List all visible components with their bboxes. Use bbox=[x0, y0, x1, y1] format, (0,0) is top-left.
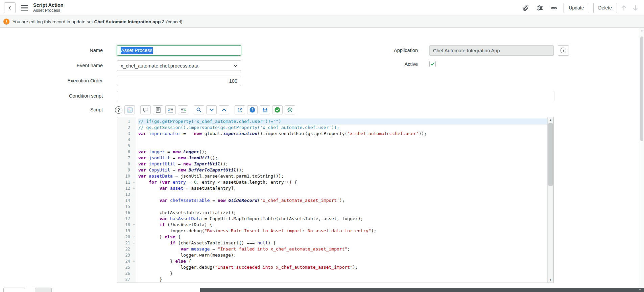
code-line[interactable]: chefAssetsTable.initialize(); bbox=[138, 210, 547, 216]
code-line[interactable]: logger.warn(message); bbox=[138, 252, 547, 258]
gutter-line-number[interactable]: 6 bbox=[117, 149, 136, 155]
gutter-line-number[interactable]: 2 bbox=[117, 125, 136, 131]
gutter-line-number[interactable]: 19 bbox=[117, 228, 136, 234]
code-line[interactable]: logger.debug("Business Rule Insert to As… bbox=[138, 228, 547, 234]
code-line[interactable]: var chefAssetsTable = new GlideRecord('x… bbox=[138, 197, 547, 204]
gutter-line-number[interactable]: 7 bbox=[117, 155, 136, 161]
fold-toggle-icon[interactable]: ▾ bbox=[133, 258, 135, 264]
save-icon[interactable] bbox=[260, 105, 270, 114]
page-scrollbar[interactable]: ▲ bbox=[640, 28, 644, 292]
code-line[interactable] bbox=[138, 137, 547, 143]
code-line[interactable]: // if(gs.getProperty('x_chef_automate.ch… bbox=[138, 118, 547, 125]
gutter-line-number[interactable]: 10 bbox=[117, 173, 136, 179]
code-line[interactable]: var asset = assetData[entry]; bbox=[138, 185, 547, 191]
gutter-line-number[interactable]: 24▾ bbox=[117, 258, 136, 264]
code-line[interactable]: var logger = new Logger(); bbox=[138, 149, 547, 155]
scroll-up-icon[interactable]: ▲ bbox=[548, 117, 553, 123]
code-line[interactable]: for (var entry = 0; entry < assetData.le… bbox=[138, 179, 547, 185]
search-icon[interactable] bbox=[194, 105, 204, 114]
page-scroll-up-icon[interactable]: ▲ bbox=[640, 29, 644, 32]
gutter-line-number[interactable]: 15 bbox=[117, 204, 136, 210]
cancel-link[interactable]: (cancel) bbox=[166, 19, 182, 24]
script-code-editor[interactable]: 1234567891011▾12▾131415161718▾1920▾21▾22… bbox=[117, 117, 554, 283]
gutter-line-number[interactable]: 21▾ bbox=[117, 240, 136, 246]
gutter-line-number[interactable]: 13 bbox=[117, 191, 136, 197]
code-line[interactable]: var CopyUtil = new BufferToImportUtil(); bbox=[138, 167, 547, 173]
gutter-line-number[interactable]: 4 bbox=[117, 137, 136, 143]
code-line[interactable]: } else { bbox=[138, 258, 547, 264]
active-checkbox[interactable] bbox=[429, 61, 436, 67]
code-line[interactable]: } bbox=[138, 270, 547, 276]
code-line[interactable] bbox=[138, 204, 547, 210]
previous-record-icon[interactable] bbox=[619, 3, 628, 13]
gutter-line-number[interactable]: 16 bbox=[117, 210, 136, 216]
code-line[interactable]: var message = "Insert failed into x_chef… bbox=[138, 246, 547, 252]
code-line[interactable]: // gs.getSession().impersonate(gs.getPro… bbox=[138, 125, 547, 131]
code-line[interactable]: } else { bbox=[138, 234, 547, 240]
toggle-comment-icon[interactable] bbox=[140, 105, 151, 114]
gutter-line-number[interactable]: 8 bbox=[117, 161, 136, 167]
name-input[interactable]: Asset Process bbox=[117, 45, 241, 56]
back-button[interactable] bbox=[4, 2, 16, 13]
editor-scrollbar-thumb[interactable] bbox=[548, 123, 553, 186]
bottom-delete-button[interactable] bbox=[35, 288, 52, 292]
gutter-line-number[interactable]: 12▾ bbox=[117, 185, 136, 191]
code-line[interactable]: var hasAssetData = CopyUtil.MapToImportT… bbox=[138, 216, 547, 222]
page-scrollbar-thumb[interactable] bbox=[640, 36, 643, 141]
form-settings-icon[interactable] bbox=[534, 3, 545, 13]
gutter-line-number[interactable]: 20▾ bbox=[117, 234, 136, 240]
gutter-line-number[interactable]: 9 bbox=[117, 167, 136, 173]
fold-toggle-icon[interactable]: ▾ bbox=[133, 234, 135, 240]
gutter-line-number[interactable]: 26 bbox=[117, 270, 136, 276]
gutter-line-number[interactable]: 25 bbox=[117, 264, 136, 270]
syntax-check-icon[interactable] bbox=[272, 105, 283, 114]
execution-order-input[interactable] bbox=[117, 76, 241, 86]
gutter-line-number[interactable]: 11▾ bbox=[117, 179, 136, 185]
gutter-line-number[interactable]: 22 bbox=[117, 246, 136, 252]
bottom-update-button[interactable] bbox=[3, 288, 25, 292]
more-options-icon[interactable] bbox=[549, 3, 559, 13]
gutter-line-number[interactable]: 17 bbox=[117, 216, 136, 222]
gutter-line-number[interactable]: 27 bbox=[117, 276, 136, 283]
attachment-icon[interactable] bbox=[520, 3, 531, 13]
editor-code[interactable]: // if(gs.getProperty('x_chef_automate.ch… bbox=[136, 117, 547, 283]
code-line[interactable]: var impersonator = new global.impersinat… bbox=[138, 131, 547, 137]
menu-icon[interactable] bbox=[20, 3, 29, 12]
format-code-icon[interactable] bbox=[153, 105, 163, 114]
condition-script-input[interactable] bbox=[117, 91, 554, 101]
code-line[interactable] bbox=[138, 191, 547, 197]
fold-toggle-icon[interactable]: ▾ bbox=[133, 179, 135, 185]
find-next-icon[interactable] bbox=[206, 105, 217, 114]
code-line[interactable] bbox=[138, 143, 547, 149]
event-name-select[interactable]: x_chef_automate.chef.process.data bbox=[117, 60, 241, 71]
code-line[interactable]: if (!hasAssetData) { bbox=[138, 222, 547, 228]
indent-left-icon[interactable] bbox=[165, 105, 176, 114]
code-line[interactable]: var importUtil = new ImportUtil(); bbox=[138, 161, 547, 167]
gutter-line-number[interactable]: 5 bbox=[117, 143, 136, 149]
code-line[interactable]: var assetData = jsonUtil.parse(event.par… bbox=[138, 173, 547, 179]
code-line[interactable]: logger.debug("Insert succeeded into x_ch… bbox=[138, 264, 547, 270]
script-assistant-icon[interactable] bbox=[285, 105, 295, 114]
api-help-icon[interactable]: ? bbox=[247, 105, 258, 114]
open-in-new-window-icon[interactable] bbox=[235, 105, 245, 114]
next-record-icon[interactable] bbox=[630, 3, 640, 13]
editor-scrollbar[interactable]: ▲ ▼ bbox=[547, 117, 553, 283]
gutter-line-number[interactable]: 1 bbox=[117, 118, 136, 125]
find-previous-icon[interactable] bbox=[219, 105, 229, 114]
gutter-line-number[interactable]: 3 bbox=[117, 131, 136, 137]
update-button[interactable]: Update bbox=[564, 3, 589, 13]
syntax-highlight-toggle-icon[interactable] bbox=[124, 105, 135, 114]
fold-toggle-icon[interactable]: ▾ bbox=[133, 222, 135, 228]
fold-toggle-icon[interactable]: ▾ bbox=[133, 240, 135, 246]
gutter-line-number[interactable]: 18▾ bbox=[117, 222, 136, 228]
gutter-line-number[interactable]: 23 bbox=[117, 252, 136, 258]
indent-right-icon[interactable] bbox=[178, 105, 188, 114]
code-line[interactable]: var jsonUtil = new JsonUtil(); bbox=[138, 155, 547, 161]
fold-toggle-icon[interactable]: ▾ bbox=[133, 185, 135, 191]
gutter-line-number[interactable]: 14 bbox=[117, 197, 136, 204]
scroll-down-icon[interactable]: ▼ bbox=[548, 277, 553, 283]
delete-button[interactable]: Delete bbox=[593, 3, 617, 13]
help-icon[interactable]: ? bbox=[115, 106, 122, 114]
bottom-scroll-down-icon[interactable]: ▼ bbox=[639, 288, 641, 292]
application-info-button[interactable]: i bbox=[558, 45, 569, 56]
